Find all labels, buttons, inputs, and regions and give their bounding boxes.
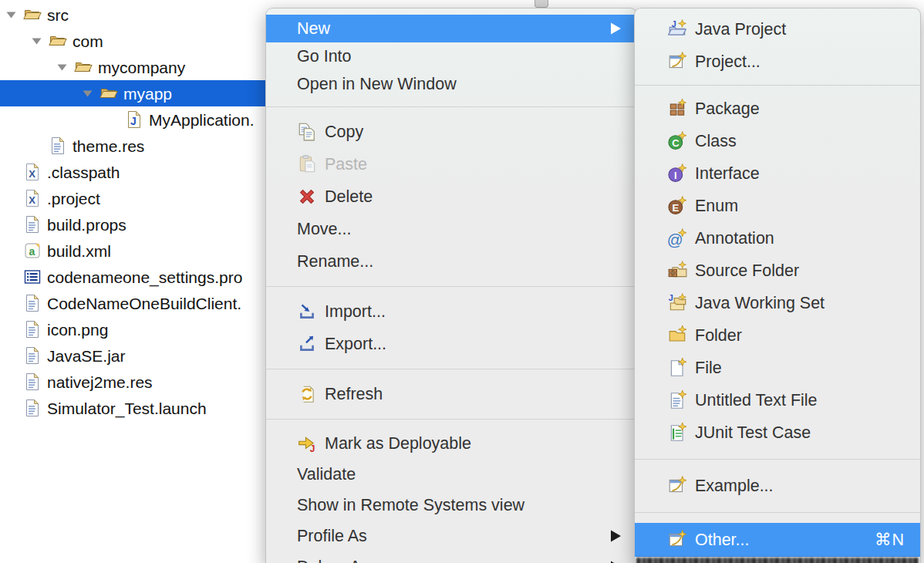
tree-item-src[interactable]: src: [0, 2, 267, 28]
menu-item-other[interactable]: Other...⌘N: [635, 523, 920, 557]
svg-text:J: J: [130, 115, 137, 127]
menu-item-go-into[interactable]: Go Into: [266, 42, 636, 70]
menu-item-file[interactable]: File: [635, 352, 920, 384]
tree-item-label: CodeNameOneBuildClient.: [47, 294, 241, 313]
menu-item-open-in-new-window[interactable]: Open in New Window: [266, 70, 636, 98]
menu-item-java-working-set[interactable]: JJava Working Set: [635, 287, 920, 319]
tree-item-icon-png[interactable]: icon.png: [0, 316, 267, 342]
tree-item-label: build.props: [47, 215, 126, 234]
menu-item-enum[interactable]: EEnum: [635, 190, 920, 222]
menu-item-profile-as[interactable]: Profile As: [266, 521, 636, 551]
submenu-arrow-icon: [611, 530, 621, 542]
menu-separator: [266, 106, 636, 107]
export-icon: [297, 334, 317, 354]
menu-item-interface[interactable]: IInterface: [635, 157, 920, 190]
menu-item-folder[interactable]: Folder: [635, 319, 920, 352]
example-icon: [667, 476, 687, 496]
menu-section: Import...Export...: [266, 295, 636, 360]
menu-item-label: Untitled Text File: [695, 391, 818, 410]
new-submenu: JJava ProjectProject...PackageCClassIInt…: [634, 8, 921, 563]
menu-item-show-in-remote-systems-view[interactable]: Show in Remote Systems view: [266, 490, 636, 521]
menu-item-rename[interactable]: Rename...: [266, 245, 636, 278]
scrollbar-thumb-fragment[interactable]: [535, 0, 548, 8]
menu-item-label: Interface: [695, 164, 760, 184]
menu-section: Other...⌘N: [635, 523, 920, 557]
menu-item-paste[interactable]: Paste: [266, 148, 636, 180]
menu-item-project[interactable]: Project...: [635, 46, 920, 78]
menu-item-mark-as-deployable[interactable]: JMark as Deployable: [266, 428, 636, 459]
menu-item-label: Move...: [297, 220, 352, 239]
folder-open-icon: [74, 58, 93, 76]
expand-triangle-icon[interactable]: [6, 12, 23, 19]
menu-item-new[interactable]: New: [266, 15, 636, 42]
svg-text:J: J: [672, 19, 676, 29]
expand-triangle-icon[interactable]: [57, 64, 74, 71]
tree-item-label: codenameone_settings.pro: [47, 268, 242, 287]
menu-item-label: Class: [695, 132, 737, 151]
tree-item-nativej2me-res[interactable]: nativej2me.res: [0, 369, 267, 395]
tree-item-build-props[interactable]: build.props: [0, 211, 267, 238]
tree-item-label: nativej2me.res: [47, 373, 153, 392]
tree-item-com[interactable]: com: [0, 28, 267, 54]
tree-item-classpath[interactable]: X.classpath: [0, 159, 267, 185]
menu-item-annotation[interactable]: @Annotation: [635, 222, 920, 255]
tree-item-codenameone-settings-pro[interactable]: codenameone_settings.pro: [0, 264, 267, 290]
menu-item-untitled-text-file[interactable]: Untitled Text File: [635, 384, 920, 416]
menu-item-label: Java Project: [695, 20, 786, 39]
svg-text:X: X: [29, 168, 35, 180]
menu-item-label: Mark as Deployable: [325, 434, 471, 453]
tree-item-javase-jar[interactable]: JavaSE.jar: [0, 342, 267, 369]
java-project-icon: J: [667, 19, 687, 39]
tree-item-build-xml[interactable]: abuild.xml: [0, 238, 267, 264]
tree-item-theme-res[interactable]: theme.res: [0, 133, 267, 159]
menu-item-label: Rename...: [297, 252, 373, 271]
menu-item-label: Debug As: [297, 558, 369, 563]
menu-item-label: Import...: [325, 302, 386, 322]
menu-item-java-project[interactable]: JJava Project: [635, 13, 920, 46]
svg-text:E: E: [672, 202, 679, 214]
screen-glitch-artifact: [636, 558, 919, 563]
xml-file-icon: X: [23, 189, 42, 207]
menu-item-junit-test-case[interactable]: JUnit Test Case: [635, 416, 920, 449]
menu-item-refresh[interactable]: Refresh: [266, 378, 636, 410]
tree-item-myapp[interactable]: myapp: [0, 80, 267, 106]
menu-item-copy[interactable]: Copy: [266, 116, 636, 148]
menu-item-label: Project...: [695, 52, 760, 72]
menu-item-package[interactable]: Package: [635, 93, 920, 125]
tree-item-myapplication[interactable]: JMyApplication.: [0, 106, 267, 133]
menu-item-label: Copy: [325, 123, 363, 142]
menu-section: JJava ProjectProject...: [635, 13, 920, 78]
menu-item-move[interactable]: Move...: [266, 213, 636, 245]
menu-item-example[interactable]: Example...: [635, 470, 920, 502]
junit-icon: [667, 423, 687, 443]
tree-item-mycompany[interactable]: mycompany: [0, 54, 267, 80]
expand-triangle-icon[interactable]: [32, 38, 49, 45]
menu-item-class[interactable]: CClass: [635, 125, 920, 157]
tree-item-label: myapp: [123, 84, 172, 103]
menu-item-import[interactable]: Import...: [266, 295, 636, 328]
menu-separator: [266, 286, 636, 287]
mark-deployable-icon: J: [297, 433, 317, 453]
menu-item-label: Example...: [695, 477, 774, 496]
menu-item-validate[interactable]: Validate: [266, 459, 636, 490]
new-file-icon: [667, 358, 687, 378]
menu-item-export[interactable]: Export...: [266, 328, 636, 360]
file-icon: [23, 294, 42, 312]
text-file-icon: [667, 390, 687, 410]
menu-item-delete[interactable]: Delete: [266, 180, 636, 213]
menu-item-label: Open in New Window: [297, 75, 457, 94]
other-icon: [667, 530, 687, 550]
annotation-icon: @: [667, 228, 687, 248]
file-icon: [23, 346, 42, 365]
menu-item-source-folder[interactable]: Source Folder: [635, 255, 920, 287]
tree-item-codenameonebuildclient[interactable]: CodeNameOneBuildClient.: [0, 290, 267, 316]
expand-triangle-icon[interactable]: [83, 90, 99, 97]
menu-item-debug-as[interactable]: Debug As: [266, 551, 636, 563]
java-working-set-icon: J: [667, 293, 687, 313]
tree-item-project[interactable]: X.project: [0, 185, 267, 211]
tree-item-label: mycompany: [98, 58, 185, 77]
project-icon: [667, 52, 687, 72]
tree-item-simulator-test-launch[interactable]: Simulator_Test.launch: [0, 395, 267, 421]
menu-item-label: Go Into: [297, 47, 352, 66]
menu-item-label: Source Folder: [695, 261, 799, 281]
